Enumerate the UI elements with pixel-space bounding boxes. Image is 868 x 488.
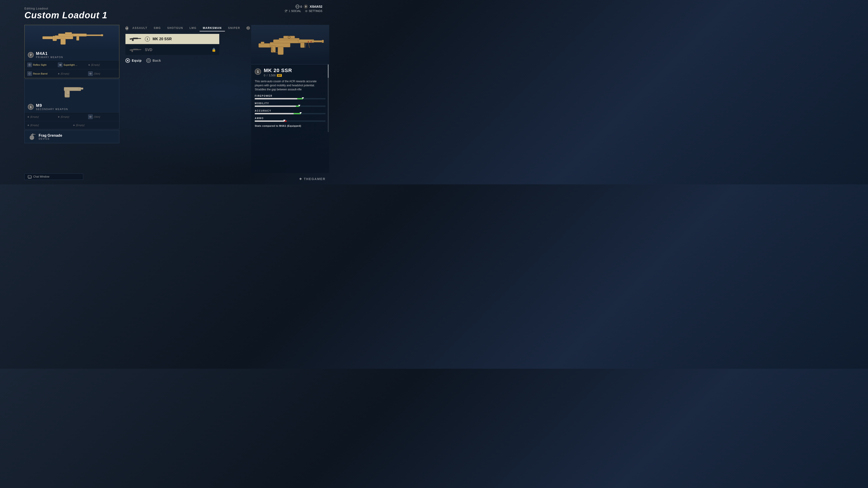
stock-label: Superlight ... [64, 64, 78, 66]
add-icon-1: + [88, 63, 90, 67]
stat-label-firepower: FIREPOWER [255, 95, 326, 97]
sec-attach-skin1[interactable]: [Skin] [87, 114, 117, 120]
action-buttons: Equip Back [125, 56, 219, 66]
back-button[interactable]: Back [146, 58, 161, 63]
primary-weapon-card[interactable]: 7 M4A1 PRIMARY WEAPON Reflex Sight [24, 25, 119, 78]
secondary-weapon-info: 1 M9 SECONDARY WEAPON [25, 102, 119, 112]
weapon-list-item-mk20ssr[interactable]: 1 MK 20 SSR [125, 34, 219, 44]
stat-bar-container-firepower [255, 98, 326, 99]
svg-rect-37 [28, 176, 32, 178]
svg-rect-15 [101, 34, 103, 36]
tab-sniper[interactable]: SNIPER [225, 25, 243, 31]
sec-attach-4[interactable]: + [Empty] [72, 123, 117, 128]
header-actions: 1 SOCIAL SETTINGS [285, 9, 322, 13]
svg-rect-57 [322, 40, 324, 43]
social-icon [285, 9, 288, 13]
tab-extra-badge: R1 [246, 26, 250, 30]
svg-point-50 [148, 60, 149, 61]
svg-rect-61 [283, 36, 295, 39]
svd-lock-icon: 🔒 [212, 48, 216, 52]
tab-smg[interactable]: SMG [151, 25, 164, 31]
svd-thumb [129, 47, 142, 53]
chat-window[interactable]: Chat Window [24, 173, 83, 180]
scope-svg [28, 63, 31, 66]
sec-attach-3[interactable]: + [Empty] [26, 123, 72, 128]
svg-point-18 [29, 64, 30, 65]
social-button[interactable]: 1 SOCIAL [285, 9, 301, 13]
stat-label-accuracy: ACCURACY [255, 109, 326, 112]
skin-icon [88, 71, 93, 76]
secondary-weapon-card[interactable]: 1 M9 SECONDARY WEAPON + [Empty] + [Empty… [24, 79, 119, 129]
mk20ssr-name: MK 20 SSR [153, 37, 216, 41]
equip-icon [125, 58, 130, 63]
sec-attach-1[interactable]: + [Empty] [26, 114, 57, 120]
svg-point-30 [90, 117, 91, 117]
username: XibitA52 [310, 5, 322, 8]
svg-rect-46 [138, 49, 141, 50]
svg-rect-28 [65, 96, 69, 97]
svg-line-64 [308, 43, 309, 48]
svg-rect-58 [278, 47, 283, 55]
weapon-tab-bar: L1 ASSAULT SMG SHOTGUN LMG MARKSMAN SNIP… [125, 25, 219, 33]
mk20ssr-level: 1 [145, 37, 150, 41]
settings-button[interactable]: SETTINGS [305, 9, 322, 13]
xp-badge: XP [277, 74, 282, 77]
stat-label-mobility: MOBILITY [255, 102, 326, 105]
user-level-badge: 9 [304, 4, 308, 8]
svg-rect-41 [137, 38, 141, 39]
svg-rect-47 [131, 50, 133, 52]
stock-icon [58, 63, 62, 67]
scroll-indicator[interactable] [328, 64, 329, 132]
svg-rect-45 [133, 49, 138, 50]
svd-name: SVD [145, 48, 209, 52]
attachment-skin[interactable]: [Skin] [87, 71, 117, 76]
secondary-attachments-row2: + [Empty] + [Empty] [25, 121, 119, 129]
detail-name-xp: MK 20 SSR 0 / 3,500 XP [264, 68, 292, 77]
svg-rect-11 [84, 35, 101, 36]
attachment-barrel[interactable]: Recon Barrel [26, 71, 57, 76]
attachment-extra1[interactable]: + [Empty] [87, 62, 117, 68]
primary-weapon-image [25, 25, 119, 50]
svg-rect-16 [76, 36, 79, 40]
stat-row-mobility: MOBILITY [255, 102, 326, 107]
secondary-weapon-level: 1 [28, 104, 34, 110]
social-count: 1 [289, 9, 290, 13]
svg-point-6 [305, 10, 307, 12]
weapon-list-item-svd[interactable]: SVD 🔒 [125, 45, 219, 55]
detail-weapon-name: MK 20 SSR [264, 68, 292, 73]
add-icon-2: + [58, 72, 60, 75]
svg-rect-26 [79, 88, 83, 90]
detail-xp-row: 0 / 3,500 XP [264, 74, 292, 77]
svg-rect-12 [73, 34, 87, 36]
weapon-description: This semi-auto cousin of the ACR rewards… [255, 79, 326, 92]
sight-label: Reflex Sight [33, 64, 46, 66]
tab-marksman[interactable]: MARKSMAN [199, 25, 225, 31]
stat-bar-base-firepower [255, 98, 297, 99]
right-panel: 1 MK 20 SSR 0 / 3,500 XP This semi-auto … [251, 25, 329, 173]
eye-svg [89, 72, 92, 75]
attachment-sight[interactable]: Reflex Sight [26, 62, 57, 68]
stat-marker-ammo [283, 120, 285, 121]
tab-lmg[interactable]: LMG [186, 25, 199, 31]
device-card[interactable]: Frag Grenade DEVICE [24, 130, 119, 143]
tab-assault[interactable]: ASSAULT [129, 25, 151, 31]
primary-attachments-row2: Recon Barrel + [Empty] [Skin] [25, 69, 119, 78]
sec-attach-2[interactable]: + [Empty] [57, 114, 87, 120]
svg-rect-36 [33, 134, 35, 135]
tab-shotgun[interactable]: SHOTGUN [164, 25, 186, 31]
mk20ssr-detail-svg [256, 29, 324, 60]
center-panel: L1 ASSAULT SMG SHOTGUN LMG MARKSMAN SNIP… [125, 25, 219, 173]
primary-weapon-type: PRIMARY WEAPON [36, 56, 63, 59]
attachment-extra2[interactable]: + [Empty] [57, 71, 87, 76]
sec-skin-icon [88, 115, 93, 119]
back-icon [146, 58, 151, 63]
svg-rect-67 [311, 41, 311, 42]
settings-label: SETTINGS [309, 9, 322, 13]
weapon-detail-image [251, 25, 329, 64]
equip-button[interactable]: Equip [125, 58, 142, 63]
svg-rect-42 [132, 39, 133, 41]
primary-weapon-name: M4A1 [36, 51, 63, 56]
attachment-stock[interactable]: Superlight ... [57, 62, 87, 68]
svg-rect-56 [312, 40, 323, 42]
sec-skin-1: [Skin] [94, 116, 100, 118]
